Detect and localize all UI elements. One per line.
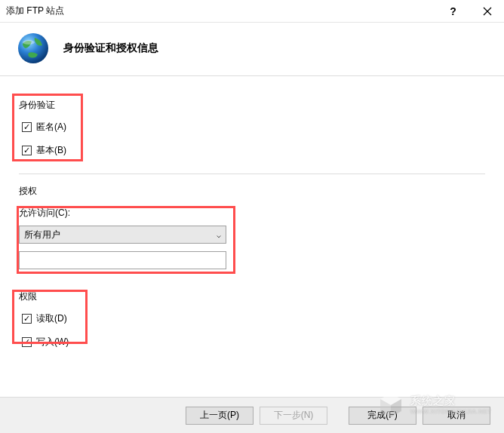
allow-access-label: 允许访问(C): <box>19 207 485 220</box>
authentication-section: 身份验证 匿名(A) 基本(B) <box>19 84 485 160</box>
read-checkbox-row[interactable]: 读取(D) <box>22 309 485 328</box>
anonymous-checkbox[interactable] <box>22 122 32 132</box>
help-button[interactable]: ? <box>436 0 470 23</box>
close-button[interactable] <box>470 0 504 23</box>
authorization-section: 授权 允许访问(C): 所有用户 ⌵ <box>19 185 485 269</box>
titlebar: 添加 FTP 站点 ? <box>0 0 504 23</box>
anonymous-label: 匿名(A) <box>36 121 66 134</box>
write-checkbox-row[interactable]: 写入(W) <box>22 333 485 352</box>
svg-point-2 <box>18 33 48 63</box>
chevron-down-icon: ⌵ <box>217 231 221 239</box>
content-area: 身份验证 匿名(A) 基本(B) 授权 允许访问(C): 所有用户 ⌵ 权限 读… <box>0 76 504 352</box>
finish-button[interactable]: 完成(F) <box>349 407 416 425</box>
globe-icon <box>15 30 51 66</box>
permissions-section: 权限 读取(D) 写入(W) <box>19 286 485 352</box>
svg-point-3 <box>23 40 35 45</box>
perm-section-label: 权限 <box>19 290 485 303</box>
next-button: 下一步(N) <box>260 407 327 425</box>
section-divider-1 <box>19 174 485 174</box>
wizard-footer: 上一页(P) 下一步(N) 完成(F) 取消 <box>0 397 504 433</box>
auth-section-label: 身份验证 <box>19 99 485 112</box>
cancel-button[interactable]: 取消 <box>423 407 490 425</box>
write-label: 写入(W) <box>36 336 69 349</box>
page-title: 身份验证和授权信息 <box>63 41 158 55</box>
basic-label: 基本(B) <box>36 144 66 157</box>
read-checkbox[interactable] <box>22 314 32 324</box>
window-title: 添加 FTP 站点 <box>6 5 436 17</box>
basic-checkbox[interactable] <box>22 146 32 155</box>
anonymous-checkbox-row[interactable]: 匿名(A) <box>22 118 485 137</box>
authz-text-input[interactable] <box>19 251 226 269</box>
previous-button[interactable]: 上一页(P) <box>186 407 254 425</box>
write-checkbox[interactable] <box>22 337 32 347</box>
allow-access-dropdown[interactable]: 所有用户 ⌵ <box>19 226 226 244</box>
basic-checkbox-row[interactable]: 基本(B) <box>22 141 485 160</box>
close-icon <box>483 7 492 16</box>
wizard-header: 身份验证和授权信息 <box>0 23 504 75</box>
read-label: 读取(D) <box>36 312 67 325</box>
authz-section-label: 授权 <box>19 185 485 198</box>
dropdown-selected-value: 所有用户 <box>24 229 217 241</box>
